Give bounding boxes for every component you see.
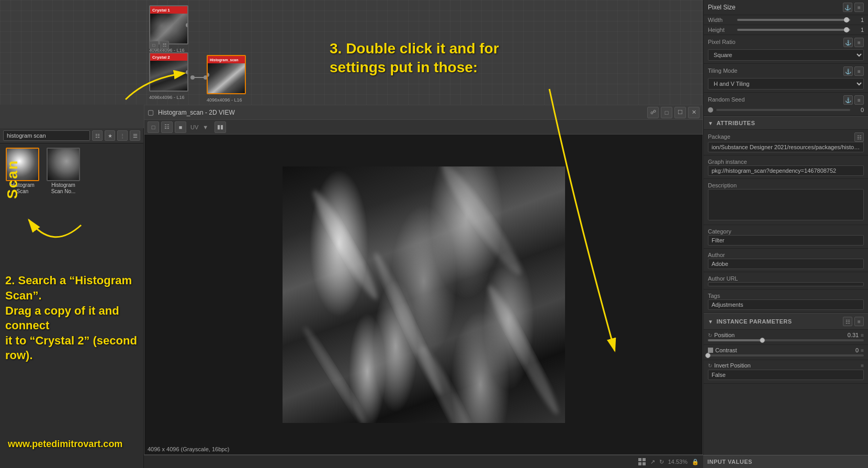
pin-btn[interactable]: ☍ [647, 107, 659, 118]
instance-params-arrow: ▼ [708, 319, 713, 325]
description-textarea[interactable] [708, 189, 864, 220]
tiling-link-icon[interactable]: ⚓ [843, 66, 853, 76]
category-field: Category Filter [704, 225, 868, 249]
star-btn[interactable]: ★ [105, 130, 115, 141]
bottom-lock-btn[interactable]: 🔒 [692, 459, 699, 465]
contrast-value: 0 [855, 347, 859, 353]
bottom-nav-btn[interactable]: ↻ [659, 459, 664, 465]
random-seed-link-icon[interactable]: ⚓ [843, 95, 853, 105]
zoom-indicator: 14.53% [668, 459, 687, 465]
pixel-size-more-btn[interactable]: ≡ [854, 3, 864, 12]
random-seed-track[interactable] [716, 109, 850, 111]
view-2d-titlebar: ▢ Histogram_scan - 2D VIEW ☍ □ ☐ ✕ [144, 105, 703, 120]
tiling-more-icon[interactable]: ≡ [854, 66, 864, 76]
pixel-ratio-more-icon[interactable]: ≡ [854, 38, 864, 47]
grid-bottom-btn[interactable] [638, 458, 646, 466]
node-graph-area: Crystal 1 4096x4096 - L16 [0, 0, 703, 105]
search-input[interactable] [3, 130, 90, 141]
graph-instance-label: Graph instance [708, 159, 747, 165]
instance-more-icon[interactable]: ≡ [854, 317, 864, 326]
invert-position-label: Invert Position [714, 362, 751, 369]
package-label: Package [708, 133, 730, 140]
tool-btn-2[interactable]: ☷ [161, 121, 173, 133]
attributes-header: ▼ ATTRIBUTES [704, 116, 868, 130]
node-histogram-scan[interactable]: Histogram_scan 4096x4096 - L16 [207, 55, 246, 94]
pixel-size-header-icons: ⚓ ≡ [843, 3, 864, 12]
node-crystal1[interactable]: Crystal 1 4096x4096 - L16 [149, 5, 188, 44]
input-values-label: INPUT VALUES [707, 459, 752, 465]
attributes-arrow: ▼ [708, 120, 713, 126]
svg-rect-17 [642, 462, 646, 465]
node-crystal2[interactable]: □ ☷ Crystal 2 4096x4096 - L16 [149, 52, 188, 92]
instance-copy-icon[interactable]: ☷ [843, 317, 852, 326]
height-slider[interactable] [737, 29, 850, 31]
crystal2-label: Crystal 2 [152, 55, 170, 60]
package-browse-btn[interactable]: ☷ [854, 132, 864, 142]
invert-position-param: ↻ Invert Position ≡ False [704, 360, 868, 384]
node-icon-1[interactable]: □ [149, 41, 159, 49]
input-values-bar[interactable]: INPUT VALUES [703, 455, 868, 468]
random-seed-slider-container: 0 [708, 107, 864, 113]
contrast-param: Contrast 0 ≡ [704, 345, 868, 360]
width-slider-thumb [844, 17, 849, 23]
tool-btn-1[interactable]: □ [148, 121, 159, 133]
position-param: ↻ Position 0.31 ≡ [704, 330, 868, 345]
svg-point-8 [414, 342, 486, 422]
graph-instance-field: Graph instance pkg://histogram_scan?depe… [704, 155, 868, 179]
random-seed-more-icon[interactable]: ≡ [854, 95, 864, 105]
tool-btn-3[interactable]: ■ [175, 121, 186, 133]
dropdown-arrow: ▼ [202, 124, 208, 130]
random-seed-thumb [708, 107, 713, 113]
position-slider-track[interactable] [708, 339, 864, 341]
instance-param-icons: ☷ ≡ [843, 317, 864, 326]
height-slider-fill [737, 29, 850, 31]
maximize-btn[interactable]: ☐ [674, 107, 686, 118]
instance-params-label: INSTANCE PARAMETERS [716, 318, 792, 325]
pixel-ratio-section: Pixel Ratio ⚓ ≡ Square [704, 35, 868, 64]
left-panel: ☷ ★ ⋮ ☰ HistogramScan HistogramScan No..… [0, 128, 144, 468]
view-2d-content: 4096 x 4096 (Grayscale, 16bpc) [144, 135, 703, 454]
svg-rect-15 [642, 458, 646, 461]
app-container: Crystal 1 4096x4096 - L16 [0, 0, 868, 468]
pixel-ratio-select[interactable]: Square [708, 49, 864, 61]
contrast-label-row: Contrast 0 ≡ [708, 347, 864, 353]
position-reset-icon[interactable]: ↻ [708, 332, 712, 338]
node-output-dot-crystal2 [186, 70, 188, 74]
invert-position-value: False [708, 370, 864, 380]
grid-btn[interactable]: ⋮ [117, 130, 128, 141]
node-icon-2[interactable]: ☷ [160, 41, 169, 49]
library-grid: HistogramScan HistogramScan No... [0, 143, 143, 199]
contrast-more-icon[interactable]: ≡ [861, 348, 864, 353]
invert-more-icon[interactable]: ≡ [861, 363, 864, 369]
pixel-size-header: Pixel Size ⚓ ≡ [704, 0, 868, 15]
position-more-icon[interactable]: ≡ [861, 332, 864, 338]
crystal2-size-label: 4096x4096 - L16 [149, 95, 185, 100]
svg-point-6 [482, 281, 563, 417]
histogram-scan-label: HistogramScan [10, 182, 35, 195]
random-seed-value: 0 [853, 107, 864, 113]
close-btn[interactable]: ✕ [688, 107, 700, 118]
library-item-histogram-scan-no[interactable]: HistogramScan No... [45, 148, 82, 195]
tiling-mode-select[interactable]: H and V Tiling [708, 78, 864, 90]
contrast-slider-track[interactable] [708, 354, 864, 356]
pixel-size-link-btn[interactable]: ⚓ [843, 3, 852, 12]
bottom-fit-btn[interactable]: ↗ [650, 459, 655, 465]
float-btn[interactable]: □ [661, 107, 672, 118]
width-slider-row: Width 1 [704, 15, 868, 25]
filter-btn[interactable]: ☷ [92, 130, 103, 141]
invert-reset-icon[interactable]: ↻ [708, 363, 712, 369]
width-slider[interactable] [737, 19, 850, 21]
height-value: 1 [853, 27, 864, 33]
pixel-size-title: Pixel Size [708, 4, 736, 11]
width-slider-fill [737, 19, 850, 21]
tags-value: Adjustments [708, 299, 864, 310]
list-btn[interactable]: ☰ [130, 130, 140, 141]
view-icon: ▢ [148, 108, 154, 116]
histogram-scan-no-thumb-img [48, 149, 79, 180]
library-item-histogram-scan[interactable]: HistogramScan [4, 148, 41, 195]
category-label: Category [708, 228, 731, 235]
histogram-view-btn[interactable]: ▮▮ [215, 121, 226, 133]
pixel-ratio-link-icon[interactable]: ⚓ [843, 38, 853, 47]
node-connectors [0, 0, 703, 105]
instance-params-header: ▼ INSTANCE PARAMETERS ☷ ≡ [704, 313, 868, 330]
